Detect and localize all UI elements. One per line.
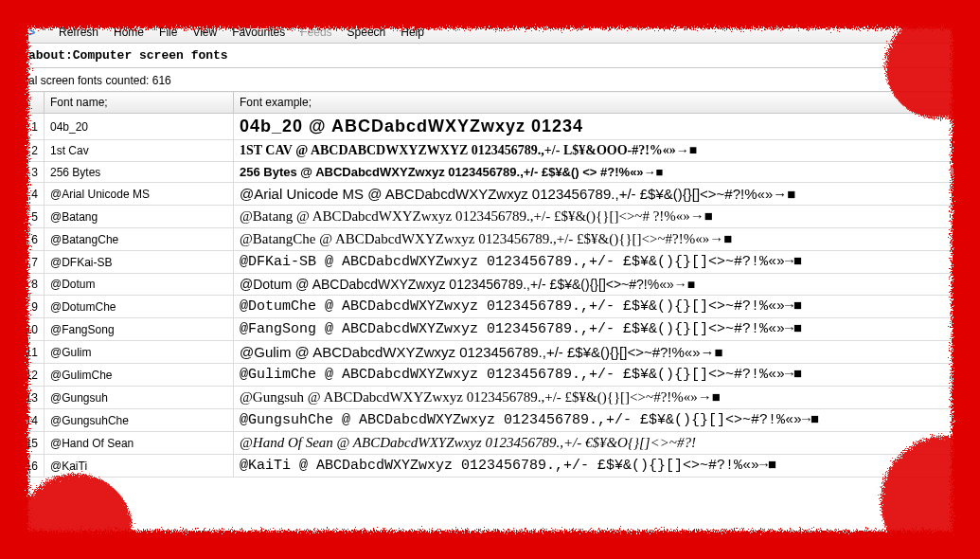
svg-rect-1 xyxy=(9,11,17,16)
table-row[interactable]: 10@FangSong@FangSong @ ABCDabcdWXYZwxyz … xyxy=(1,318,980,341)
cell-no: 6 xyxy=(1,228,45,251)
table-row[interactable]: 8@Dotum@Dotum @ ABCDabcdWXYZwxyz 0123456… xyxy=(1,274,980,296)
titlebar: about:Computer screen fonts - WebWindow … xyxy=(0,0,980,21)
app-icon xyxy=(6,3,21,18)
back-button[interactable]: < xyxy=(6,25,21,40)
cell-font-example: 1ST CAV @ ABCDABCDWXYZWXYZ 0123456789.,+… xyxy=(234,140,980,162)
menu-home[interactable]: Home xyxy=(106,24,151,41)
cell-no: 8 xyxy=(1,274,45,296)
font-count: Total screen fonts counted: 616 xyxy=(0,68,980,91)
cell-no: 10 xyxy=(1,318,45,341)
table-row[interactable]: 5@Batang@Batang @ ABCDabcdWXYZwxyz 01234… xyxy=(1,206,980,228)
cell-font-example: @DFKai-SB @ ABCDabcdWXYZwxyz 0123456789.… xyxy=(234,251,980,274)
cell-font-example: @GulimChe @ ABCDabcdWXYZwxyz 0123456789.… xyxy=(234,364,980,387)
cell-font-example: @DotumChe @ ABCDabcdWXYZwxyz 0123456789.… xyxy=(234,296,980,318)
cell-font-name: 04b_20 xyxy=(45,114,234,140)
cell-no: 11 xyxy=(1,341,45,364)
cell-font-example: @Hand Of Sean @ ABCDabcdWXYZwxyz 0123456… xyxy=(234,432,980,455)
table-row[interactable]: 21st Cav1ST CAV @ ABCDABCDWXYZWXYZ 01234… xyxy=(1,140,980,162)
window-title: about:Computer screen fonts - WebWindow … xyxy=(27,4,277,17)
address-icon xyxy=(6,47,23,64)
cell-font-name: @Gungsuh xyxy=(45,387,234,409)
forward-button[interactable]: > xyxy=(25,25,40,40)
cell-font-example: 04b_20 @ ABCDabcdWXYZwxyz 01234 xyxy=(234,114,980,140)
menu-items: RefreshHomeFileViewFavouritesFeedsSpeech… xyxy=(51,24,432,41)
table-row[interactable]: 104b_2004b_20 @ ABCDabcdWXYZwxyz 01234 xyxy=(1,114,980,140)
cell-font-name: @DFKai-SB xyxy=(45,251,234,274)
menu-favourites[interactable]: Favourites xyxy=(224,24,293,41)
cell-no: 7 xyxy=(1,251,45,274)
menu-view[interactable]: View xyxy=(185,24,224,41)
address-text[interactable]: about:Computer screen fonts xyxy=(28,48,228,63)
menubar: < > RefreshHomeFileViewFavouritesFeedsSp… xyxy=(0,21,980,44)
cell-font-example: @KaiTi @ ABCDabcdWXYZwxyz 0123456789.,+/… xyxy=(234,455,980,478)
header-name[interactable]: Font name; xyxy=(45,92,234,114)
menu-speech[interactable]: Speech xyxy=(340,24,394,41)
nav-buttons: < > xyxy=(6,25,40,40)
table-row[interactable]: 3256 Bytes256 Bytes @ ABCDabcdWXYZwxyz 0… xyxy=(1,162,980,183)
cell-font-example: @Gulim @ ABCDabcdWXYZwxyz 0123456789.,+/… xyxy=(234,341,980,364)
svg-point-0 xyxy=(9,5,17,12)
table-row[interactable]: 12@GulimChe@GulimChe @ ABCDabcdWXYZwxyz … xyxy=(1,364,980,387)
cell-no: 3 xyxy=(1,162,45,183)
cell-font-example: @Batang @ ABCDabcdWXYZwxyz 0123456789.,+… xyxy=(234,206,980,228)
cell-no: 16 xyxy=(1,455,45,478)
menu-file[interactable]: File xyxy=(151,24,185,41)
header-no[interactable]: No. xyxy=(1,92,45,114)
address-bar: about:Computer screen fonts xyxy=(0,44,980,68)
cell-font-name: @Hand Of Sean xyxy=(45,432,234,455)
cell-font-name: @GungsuhChe xyxy=(45,409,234,432)
cell-font-example: @Arial Unicode MS @ ABCDabcdWXYZwxyz 012… xyxy=(234,183,980,206)
cell-no: 12 xyxy=(1,364,45,387)
cell-font-name: 1st Cav xyxy=(45,140,234,162)
cell-font-example: @FangSong @ ABCDabcdWXYZwxyz 0123456789.… xyxy=(234,318,980,341)
cell-font-example: @BatangChe @ ABCDabcdWXYZwxyz 0123456789… xyxy=(234,228,980,251)
menu-help[interactable]: Help xyxy=(393,24,432,41)
svg-rect-3 xyxy=(9,58,19,63)
cell-font-name: @Gulim xyxy=(45,341,234,364)
table-row[interactable]: 11@Gulim@Gulim @ ABCDabcdWXYZwxyz 012345… xyxy=(1,341,980,364)
table-row[interactable]: 16@KaiTi@KaiTi @ ABCDabcdWXYZwxyz 012345… xyxy=(1,455,980,478)
cell-no: 4 xyxy=(1,183,45,206)
cell-font-name: @Batang xyxy=(45,206,234,228)
menu-refresh[interactable]: Refresh xyxy=(51,24,106,41)
cell-no: 15 xyxy=(1,432,45,455)
cell-font-example: @Dotum @ ABCDabcdWXYZwxyz 0123456789.,+/… xyxy=(234,274,980,296)
cell-font-example: @Gungsuh @ ABCDabcdWXYZwxyz 0123456789.,… xyxy=(234,387,980,409)
cell-font-name: @BatangChe xyxy=(45,228,234,251)
menu-feeds: Feeds xyxy=(293,24,339,41)
table-row[interactable]: 13@Gungsuh@Gungsuh @ ABCDabcdWXYZwxyz 01… xyxy=(1,387,980,409)
table-row[interactable]: 14@GungsuhChe@GungsuhChe @ ABCDabcdWXYZw… xyxy=(1,409,980,432)
cell-no: 1 xyxy=(1,114,45,140)
svg-point-2 xyxy=(9,49,19,59)
cell-no: 9 xyxy=(1,296,45,318)
table-row[interactable]: 15@Hand Of Sean@Hand Of Sean @ ABCDabcdW… xyxy=(1,432,980,455)
cell-no: 14 xyxy=(1,409,45,432)
font-table: No. Font name; Font example; 104b_2004b_… xyxy=(0,91,980,478)
cell-font-name: @Dotum xyxy=(45,274,234,296)
cell-no: 13 xyxy=(1,387,45,409)
cell-no: 5 xyxy=(1,206,45,228)
cell-font-example: @GungsuhChe @ ABCDabcdWXYZwxyz 012345678… xyxy=(234,409,980,432)
cell-font-name: @FangSong xyxy=(45,318,234,341)
cell-font-name: @KaiTi xyxy=(45,455,234,478)
cell-font-name: @Arial Unicode MS xyxy=(45,183,234,206)
cell-font-name: @GulimChe xyxy=(45,364,234,387)
cell-font-name: 256 Bytes xyxy=(45,162,234,183)
cell-no: 2 xyxy=(1,140,45,162)
svg-point-8 xyxy=(19,474,133,559)
header-example[interactable]: Font example; xyxy=(234,92,980,114)
table-row[interactable]: 9@DotumChe@DotumChe @ ABCDabcdWXYZwxyz 0… xyxy=(1,296,980,318)
cell-font-name: @DotumChe xyxy=(45,296,234,318)
table-row[interactable]: 4@Arial Unicode MS@Arial Unicode MS @ AB… xyxy=(1,183,980,206)
cell-font-example: 256 Bytes @ ABCDabcdWXYZwxyz 0123456789.… xyxy=(234,162,980,183)
table-row[interactable]: 7@DFKai-SB@DFKai-SB @ ABCDabcdWXYZwxyz 0… xyxy=(1,251,980,274)
table-row[interactable]: 6@BatangChe@BatangChe @ ABCDabcdWXYZwxyz… xyxy=(1,228,980,251)
svg-rect-5 xyxy=(0,531,980,559)
